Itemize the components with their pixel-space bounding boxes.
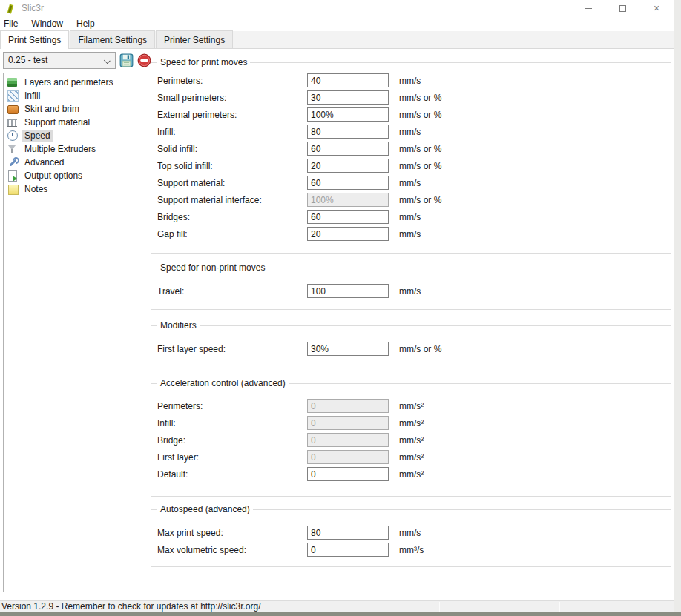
settings-group-title: Modifiers (157, 320, 200, 331)
tree-item-support-material[interactable]: Support material (7, 116, 139, 129)
setting-unit: mm/s² (399, 401, 424, 411)
setting-label: External perimeters: (157, 110, 307, 120)
infill-icon (7, 90, 19, 102)
setting-row: Infill: mm/s² (151, 414, 671, 431)
layers-icon (7, 76, 19, 88)
tree-item-multiple-extruders[interactable]: Multiple Extruders (7, 142, 139, 156)
desktop-edge-bottom (0, 612, 681, 616)
setting-unit: mm/s or % (399, 110, 441, 120)
setting-label: Support material interface: (157, 195, 307, 205)
setting-input[interactable] (307, 73, 389, 87)
setting-input[interactable] (307, 210, 389, 224)
setting-input[interactable] (307, 90, 389, 105)
setting-input[interactable] (307, 125, 389, 139)
setting-label: Small perimeters: (157, 93, 307, 103)
setting-row: Default: mm/s² (151, 466, 671, 483)
setting-row: Max print speed: mm/s (151, 524, 671, 541)
setting-unit: mm³/s (399, 545, 424, 555)
window-controls: × (571, 0, 674, 16)
slic3r-logo-icon (4, 3, 16, 14)
tree-item-label: Advanced (22, 157, 66, 168)
menu-item-help[interactable]: Help (70, 17, 102, 30)
tab-filament-settings[interactable]: Filament Settings (70, 30, 155, 48)
setting-unit: mm/s (399, 127, 421, 137)
tree-item-skirt-and-brim[interactable]: Skirt and brim (7, 102, 139, 116)
setting-label: Infill: (157, 127, 307, 137)
setting-input[interactable] (307, 543, 389, 557)
tree-item-infill[interactable]: Infill (7, 89, 139, 102)
setting-row: Gap fill: mm/s (151, 225, 671, 242)
tree-item-output-options[interactable]: Output options (7, 169, 139, 182)
setting-label: Perimeters: (157, 76, 307, 86)
tree-item-advanced[interactable]: Advanced (7, 156, 139, 169)
menu-item-window[interactable]: Window (24, 17, 70, 30)
setting-unit: mm/s or % (399, 344, 441, 354)
tree-item-label: Notes (22, 184, 50, 195)
setting-unit: mm/s² (399, 469, 424, 480)
setting-unit: mm/s or % (399, 195, 441, 205)
statusbar-divider (439, 602, 440, 612)
setting-label: Bridges: (157, 212, 307, 222)
setting-input[interactable] (307, 107, 389, 122)
tab-print-settings[interactable]: Print Settings (0, 30, 69, 49)
statusbar-divider (559, 602, 560, 612)
setting-row: Perimeters: mm/s (151, 72, 671, 89)
tab-printer-settings[interactable]: Printer Settings (156, 30, 233, 48)
setting-label: Bridge: (157, 435, 307, 446)
delete-preset-button[interactable] (137, 53, 151, 67)
minimize-button[interactable] (571, 0, 605, 16)
setting-input (307, 450, 389, 464)
setting-input[interactable] (307, 526, 389, 540)
setting-label: Perimeters: (157, 401, 307, 411)
tree-item-label: Multiple Extruders (22, 144, 98, 155)
tree-item-label: Speed (22, 130, 53, 142)
setting-row: External perimeters: mm/s or % (151, 106, 671, 123)
setting-input[interactable] (307, 467, 389, 481)
setting-row: First layer speed: mm/s or % (151, 340, 671, 357)
setting-input[interactable] (307, 142, 389, 156)
settings-group-title: Speed for non-print moves (157, 262, 268, 273)
tree-item-speed[interactable]: Speed (7, 129, 139, 142)
settings-group: Autospeed (advanced) Max print speed: mm… (151, 509, 671, 567)
setting-input[interactable] (307, 342, 389, 356)
setting-label: Travel: (157, 286, 307, 297)
chevron-down-icon (104, 57, 111, 64)
setting-label: Solid infill: (157, 144, 307, 154)
setting-label: Gap fill: (157, 229, 307, 239)
settings-group-title: Acceleration control (advanced) (157, 378, 289, 388)
tab-label: Filament Settings (78, 35, 147, 45)
setting-input[interactable] (307, 159, 389, 173)
wrench-icon (7, 156, 19, 168)
setting-unit: mm/s or % (399, 161, 441, 171)
setting-input (307, 193, 389, 207)
save-preset-button[interactable] (119, 53, 134, 67)
desktop-edge-right (674, 0, 681, 612)
setting-unit: mm/s² (399, 452, 424, 463)
setting-row: Infill: mm/s (151, 123, 671, 140)
settings-group: Speed for print moves Perimeters: mm/s S… (151, 62, 671, 254)
tree-item-notes[interactable]: Notes (7, 182, 139, 196)
settings-group: Speed for non-print moves Travel: mm/s (151, 268, 671, 310)
setting-label: Max print speed: (157, 528, 307, 538)
close-button[interactable]: × (639, 0, 674, 16)
setting-input (307, 433, 389, 447)
setting-unit: mm/s (399, 178, 421, 188)
maximize-button[interactable] (605, 0, 639, 16)
setting-row: Small perimeters: mm/s or % (151, 89, 671, 106)
tab-bar: Print Settings Filament Settings Printer… (0, 31, 674, 49)
settings-group-title: Autospeed (advanced) (157, 504, 253, 514)
setting-row: Travel: mm/s (151, 282, 671, 299)
setting-input[interactable] (307, 176, 389, 190)
tree-item-label: Layers and perimeters (22, 77, 115, 88)
setting-row: Top solid infill: mm/s or % (151, 157, 671, 174)
setting-input[interactable] (307, 227, 389, 241)
preset-dropdown[interactable]: 0.25 - test (3, 52, 116, 69)
status-bar: Version 1.2.9 - Remember to check for up… (0, 600, 681, 612)
preset-dropdown-value: 0.25 - test (8, 55, 47, 65)
setting-input[interactable] (307, 284, 389, 298)
settings-group-title: Speed for print moves (157, 57, 250, 67)
preset-toolbar: 0.25 - test (3, 51, 151, 69)
menu-item-file[interactable]: File (0, 17, 24, 30)
output-icon (7, 170, 19, 182)
tree-item-layers-and-perimeters[interactable]: Layers and perimeters (7, 76, 139, 89)
